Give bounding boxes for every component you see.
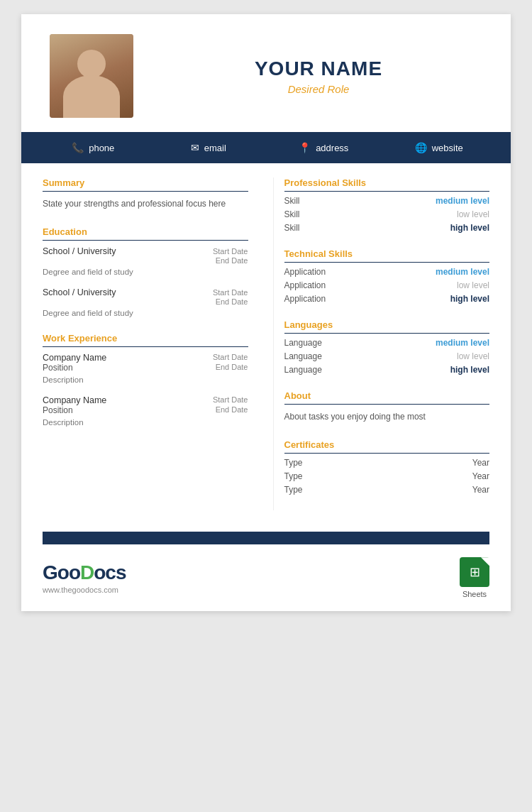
tech-skill-name-3: Application — [284, 294, 326, 304]
edu-degree-1: Degree and field of study — [43, 268, 248, 276]
work-start-2: Start Date — [213, 395, 248, 405]
work-title: Work Experience — [43, 333, 248, 347]
footer-bar — [43, 532, 489, 544]
work-section: Work Experience Company Name Start Date … — [43, 333, 248, 427]
lang-level-2: low level — [457, 351, 489, 361]
work-desc-1: Description — [43, 375, 248, 384]
summary-section: Summary State your strengths and profess… — [43, 177, 248, 211]
professional-skills-section: Professional Skills Skill medium level S… — [284, 177, 490, 233]
lang-name-1: Language — [284, 338, 322, 348]
work-row-1: Company Name Start Date — [43, 353, 248, 363]
lang-name-3: Language — [284, 365, 322, 375]
technical-skills-section: Technical Skills Application medium leve… — [284, 248, 490, 304]
lang-name-2: Language — [284, 351, 322, 361]
right-column: Professional Skills Skill medium level S… — [273, 177, 490, 510]
tech-skill-1: Application medium level — [284, 267, 490, 277]
cert-2: Type Year — [284, 471, 490, 481]
left-column: Summary State your strengths and profess… — [43, 177, 259, 510]
tech-skill-level-3: high level — [450, 294, 489, 304]
edu-degree-2: Degree and field of study — [43, 309, 248, 317]
about-text: About tasks you enjoy doing the most — [284, 410, 490, 424]
edu-row-2b: End Date — [43, 297, 248, 306]
education-entry-1: School / University Start Date End Date … — [43, 246, 248, 276]
prof-skill-name-2: Skill — [284, 209, 300, 219]
sheets-icon-group: ⊞ Sheets — [460, 557, 489, 598]
work-entry-1: Company Name Start Date Position End Dat… — [43, 353, 248, 384]
address-label: address — [316, 143, 348, 153]
about-section: About About tasks you enjoy doing the mo… — [284, 390, 490, 424]
cert-year-3: Year — [472, 485, 489, 495]
phone-item: 📞 phone — [35, 142, 151, 153]
email-icon: ✉ — [191, 142, 199, 153]
cert-3: Type Year — [284, 485, 490, 495]
globe-icon: 🌐 — [415, 142, 427, 153]
edu-start-1: Start Date — [213, 247, 248, 256]
work-row-1b: Position End Date — [43, 363, 248, 373]
work-row-2b: Position End Date — [43, 405, 248, 415]
summary-title: Summary — [43, 177, 248, 192]
brand-name: GooDocs — [43, 561, 126, 584]
resume-page: YOUR NAME Desired Role 📞 phone ✉ email 📍… — [21, 14, 511, 611]
education-title: Education — [43, 226, 248, 241]
work-start-1: Start Date — [213, 353, 248, 363]
cert-year-1: Year — [472, 458, 489, 468]
sheets-badge: ⊞ — [460, 557, 489, 587]
brand-url: www.thegoodocs.com — [43, 586, 126, 594]
prof-skill-2: Skill low level — [284, 209, 490, 219]
languages-section: Languages Language medium level Language… — [284, 319, 490, 375]
technical-skills-title: Technical Skills — [284, 248, 490, 263]
prof-skill-level-3: high level — [450, 223, 489, 233]
desired-role: Desired Role — [155, 83, 482, 95]
contact-bar: 📞 phone ✉ email 📍 address 🌐 website — [21, 132, 511, 163]
edu-start-2: Start Date — [213, 288, 248, 297]
work-entry-2: Company Name Start Date Position End Dat… — [43, 395, 248, 427]
header-section: YOUR NAME Desired Role — [21, 14, 511, 132]
tech-skill-level-2: low level — [457, 280, 489, 290]
avatar — [50, 34, 133, 118]
phone-icon: 📞 — [72, 142, 84, 153]
about-title: About — [284, 390, 490, 405]
edu-row-1: School / University Start Date — [43, 246, 248, 256]
professional-skills-title: Professional Skills — [284, 177, 490, 192]
prof-skill-level-2: low level — [457, 209, 489, 219]
certificates-section: Certificates Type Year Type Year Type Ye… — [284, 439, 490, 495]
brand-part2: D — [80, 561, 94, 583]
work-company-2: Company Name — [43, 395, 106, 405]
tech-skill-2: Application low level — [284, 280, 490, 290]
website-item: 🌐 website — [382, 142, 497, 153]
main-content: Summary State your strengths and profess… — [21, 163, 511, 525]
email-label: email — [204, 143, 226, 153]
work-company-1: Company Name — [43, 353, 106, 363]
work-row-2: Company Name Start Date — [43, 395, 248, 405]
languages-title: Languages — [284, 319, 490, 334]
tech-skill-name-2: Application — [284, 280, 326, 290]
lang-2: Language low level — [284, 351, 490, 361]
brand-part1: Goo — [43, 561, 80, 583]
phone-label: phone — [89, 143, 114, 153]
work-desc-2: Description — [43, 418, 248, 427]
tech-skill-3: Application high level — [284, 294, 490, 304]
work-position-2: Position — [43, 405, 73, 415]
cert-type-1: Type — [284, 458, 303, 468]
tech-skill-level-1: medium level — [436, 267, 489, 277]
sheets-label: Sheets — [462, 590, 487, 598]
header-text: YOUR NAME Desired Role — [155, 57, 482, 95]
brand-logo: GooDocs www.thegoodocs.com — [43, 561, 126, 594]
education-section: Education School / University Start Date… — [43, 226, 248, 317]
edu-end-1: End Date — [216, 256, 248, 265]
edu-school-1: School / University — [43, 246, 116, 256]
sheets-grid-icon: ⊞ — [470, 564, 480, 580]
education-entry-2: School / University Start Date End Date … — [43, 287, 248, 317]
cert-type-2: Type — [284, 471, 303, 481]
email-item: ✉ email — [151, 142, 267, 153]
work-end-2: End Date — [216, 405, 248, 415]
work-end-1: End Date — [216, 363, 248, 373]
edu-row-2: School / University Start Date — [43, 287, 248, 297]
branding-section: GooDocs www.thegoodocs.com ⊞ Sheets — [21, 544, 511, 611]
avatar-image — [50, 34, 133, 118]
lang-level-3: high level — [450, 365, 489, 375]
cert-year-2: Year — [472, 471, 489, 481]
brand-part3: ocs — [94, 561, 126, 583]
lang-level-1: medium level — [436, 338, 489, 348]
lang-1: Language medium level — [284, 338, 490, 348]
